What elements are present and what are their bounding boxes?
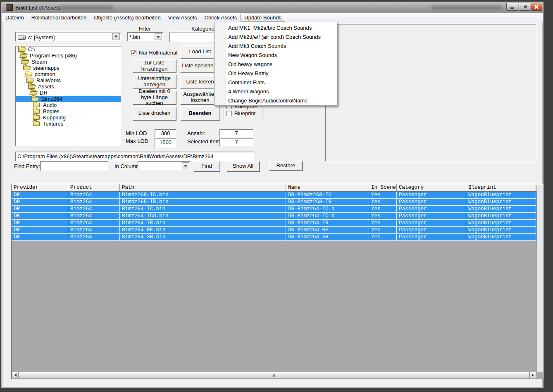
open-folder-icon <box>25 72 31 76</box>
title-bar[interactable]: Build List of Assets <box>2 2 543 13</box>
tree-item[interactable]: RailWorks <box>16 77 121 83</box>
restore-list-button[interactable]: Restore <box>269 161 303 171</box>
table-row[interactable]: DRBimz264Bimz264-IR.binDR-Bimz264-IRYesP… <box>12 220 543 227</box>
tree-item[interactable]: DR <box>16 90 121 96</box>
tree-item[interactable]: Audio <box>16 102 121 108</box>
closed-folder-icon <box>33 109 40 114</box>
table-row[interactable]: DRBimz264Bimz264-RE.binDR-Bimz264-REYesP… <box>12 227 543 234</box>
open-folder-icon <box>20 53 26 58</box>
filter-combo-arrow[interactable] <box>155 33 162 40</box>
tree-item[interactable]: Kupplung <box>16 114 121 121</box>
col-category[interactable]: Category <box>397 184 466 191</box>
menu-item-4-wheel-wagons[interactable]: 4 Wheel Wagons <box>215 87 337 96</box>
restore-button[interactable] <box>519 3 530 11</box>
menu-dateien[interactable]: Dateien <box>2 14 28 21</box>
col-name[interactable]: Name <box>286 184 369 191</box>
menu-item-old-heavy-wagons[interactable]: Old heavy wagons <box>215 60 337 69</box>
assets-table: Provider Product Path Name In Scene Cate… <box>11 184 543 379</box>
arrow-right-icon <box>532 373 534 377</box>
max-lod-input[interactable]: 1500 <box>155 138 176 148</box>
right-empty-panel <box>325 24 536 162</box>
menu-item-add-mk3[interactable]: Add Mk3 Coach Sounds <box>215 42 337 51</box>
closed-folder-icon <box>33 121 40 126</box>
open-folder-icon <box>18 47 25 52</box>
open-folder-icon <box>28 84 35 89</box>
tree-item[interactable]: common <box>16 71 121 77</box>
table-row[interactable]: DRBimz264Bimdz268-IC.binDR-Bimdz268-ICYe… <box>12 192 543 199</box>
directory-tree[interactable]: C:\ Program Files (x86) Steam steamapps … <box>15 46 121 146</box>
menu-update-sounds[interactable]: Update Sounds <box>241 14 285 21</box>
menu-view-assets[interactable]: View Assets <box>164 14 201 21</box>
horizontal-scrollbar[interactable] <box>12 372 536 378</box>
menu-item-old-heavy-rattly[interactable]: Old Heavy Rattly <box>215 69 337 78</box>
show-all-button[interactable]: Show All <box>226 161 260 171</box>
drive-combo-arrow[interactable] <box>112 33 120 40</box>
tree-item[interactable]: steamapps <box>16 65 121 71</box>
liste-drucken-button[interactable]: Liste drucken <box>133 106 176 120</box>
close-button[interactable] <box>531 3 542 11</box>
min-lod-label: Min LOD <box>126 130 147 136</box>
tree-item[interactable]: Assets <box>16 83 121 90</box>
menu-item-add-mk1[interactable]: Add MK1 Mk2a/b/c Coach Sounds <box>215 24 337 33</box>
window-title: Build List of Assets <box>15 5 60 11</box>
scroll-right-button[interactable] <box>529 372 536 378</box>
col-provider[interactable]: Provider <box>12 184 68 191</box>
find-button[interactable]: Find <box>193 161 220 171</box>
in-column-combobox[interactable] <box>138 161 191 171</box>
menu-item-add-mk2def[interactable]: Add Mk2d/e/f (air cond) Coach Sounds <box>215 33 337 42</box>
checkbox-checked-icon <box>131 50 136 55</box>
background-window-title-blur <box>431 5 502 10</box>
min-lod-input[interactable]: 300 <box>155 129 176 138</box>
filter-combobox[interactable]: *.bin <box>127 32 163 41</box>
blueprint-checkbox[interactable]: Blueprint <box>226 110 255 116</box>
col-in-scene[interactable]: In Scene <box>369 184 397 191</box>
tree-item[interactable]: Bogies <box>16 108 121 114</box>
tree-item[interactable]: Textures <box>16 121 121 127</box>
filter-label: Filter <box>139 26 151 32</box>
untereintraege-anzeigen-button[interactable]: Untereinträge anzeigen <box>133 75 176 89</box>
find-entry-input[interactable] <box>40 161 108 171</box>
menu-check-assets[interactable]: Check Assets <box>201 14 241 21</box>
col-product[interactable]: Product <box>68 184 120 191</box>
vertical-scrollbar[interactable] <box>536 185 543 372</box>
dateien-0byte-button[interactable]: Dateien mit 0 byte Länge suchen <box>133 90 176 105</box>
closed-folder-icon <box>33 103 40 107</box>
beenden-button[interactable]: Beenden <box>180 106 220 120</box>
tree-item-selected[interactable]: Bimz264 <box>16 96 121 102</box>
menu-bar: Dateien Rollmaterial bearbeiten Objekte … <box>2 13 543 22</box>
tree-item[interactable]: Steam <box>16 59 121 65</box>
scrollbar-thumb[interactable] <box>19 372 529 378</box>
drive-combobox[interactable]: c: [System] <box>15 32 121 41</box>
open-folder-icon <box>21 59 28 64</box>
table-row[interactable]: DRBimz264Bimz264-SH.binDR-Bimz264-SHYesP… <box>12 234 543 241</box>
scroll-left-button[interactable] <box>12 372 19 378</box>
tree-item[interactable]: Program Files (x86) <box>16 52 121 59</box>
open-folder-icon <box>26 78 33 83</box>
minimize-button[interactable] <box>506 3 518 11</box>
in-column-combo-arrow[interactable] <box>182 162 189 169</box>
kategorie-label: Kategorie <box>191 26 215 32</box>
main-window: Build List of Assets Dateien Rollmateria… <box>1 1 544 389</box>
menu-objekte-bearbeiten[interactable]: Objekte (Assets) bearbeiten <box>91 14 164 21</box>
thumb-grip-icon <box>272 374 276 377</box>
table-row[interactable]: DRBimz264Bimz264-IC.binDR-Bimz264-IC-aYe… <box>12 206 543 213</box>
current-path-box[interactable]: C:\Program Files (x86)\Steam\steamapps\c… <box>15 152 254 161</box>
menu-item-change-bogieaudiocontrolname[interactable]: Change BogieAudioControlName <box>215 96 337 105</box>
col-blueprint[interactable]: Blueprint <box>466 184 536 191</box>
menu-item-container-flats[interactable]: Container Flats <box>215 78 337 87</box>
nur-rollmaterial-checkbox[interactable]: Nur Rollmaterial <box>131 50 177 56</box>
selected-items-label: Selected Items: <box>187 138 224 145</box>
col-path[interactable]: Path <box>120 184 286 191</box>
table-header-row[interactable]: Provider Product Path Name In Scene Cate… <box>12 184 543 192</box>
current-path-text: C:\Program Files (x86)\Steam\steamapps\c… <box>17 153 213 159</box>
open-folder-icon <box>23 66 30 70</box>
zur-liste-hinzufuegen-button[interactable]: zur Liste hinzufügen <box>133 59 176 73</box>
max-lod-label: Max LOD <box>126 138 148 144</box>
tree-item[interactable]: C:\ <box>16 46 121 52</box>
closed-folder-icon <box>33 115 40 120</box>
in-column-label: In Column <box>114 163 139 169</box>
table-row[interactable]: DRBimz264Bimdz268-IR.binDR-Bimdz268-IRYe… <box>12 199 543 206</box>
menu-rollmaterial-bearbeiten[interactable]: Rollmaterial bearbeiten <box>28 14 91 21</box>
menu-item-new-wagon-sounds[interactable]: New Wagon Sounds <box>215 51 337 60</box>
table-row[interactable]: DRBimz264Bimz264-ICd.binDR-Bimz264-IC-bY… <box>12 213 543 220</box>
